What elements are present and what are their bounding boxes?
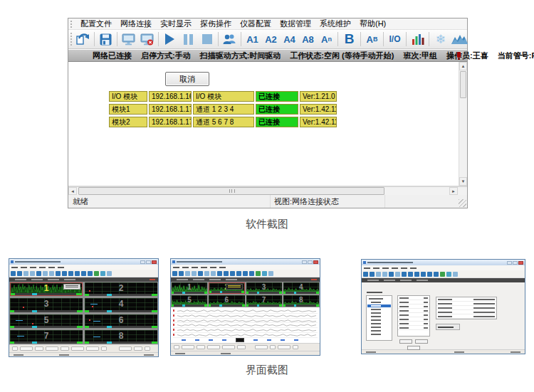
horizontal-scrollbar[interactable]: ◄ ►	[68, 186, 467, 195]
menu-item-data-management[interactable]: 数据管理	[276, 18, 315, 29]
status-operator: 操作员:王喜	[446, 51, 488, 61]
control-placeholder	[86, 346, 99, 351]
channel-panel-4: 4	[85, 298, 157, 312]
scroll-up-button[interactable]: ▲	[459, 62, 467, 70]
disconnect-button[interactable]	[138, 31, 156, 48]
connect-button[interactable]	[120, 31, 137, 48]
channel-panel-3: 3	[246, 282, 282, 294]
menu-item-network[interactable]: 网络连接	[116, 18, 156, 29]
channel-number: 6	[85, 314, 157, 326]
status-scan-drive-mode: 扫描驱动方式:时间驱动	[200, 51, 281, 61]
ready-text: 就绪	[73, 196, 88, 207]
resize-grip	[459, 199, 466, 207]
menu-item-instrument-config[interactable]: 仪器配置	[236, 18, 276, 29]
channel-number: 1	[172, 282, 207, 292]
a4-button[interactable]: A4	[281, 31, 298, 48]
toolbar-separator	[117, 32, 117, 46]
toolbar-icon-blob	[402, 272, 407, 277]
control-placeholder	[35, 346, 43, 351]
strip-text-placeholder	[384, 280, 395, 281]
toolbar-icon-blob	[376, 272, 381, 277]
axis-tick	[209, 339, 213, 341]
chart-button[interactable]	[409, 31, 426, 48]
channel-panel-5: 5	[10, 314, 83, 328]
page: 配置文件 网络连接 实时显示 探伤操作 仪器配置 数据管理 系统维护 帮助(H)	[0, 0, 534, 392]
axis-tick	[253, 339, 258, 341]
open-button[interactable]	[74, 31, 92, 48]
scroll-down-button[interactable]: ▼	[459, 177, 467, 186]
toolbar-icon-blob	[75, 271, 80, 276]
toolbar-icon-blob	[11, 271, 16, 276]
strip-text-placeholder	[15, 279, 26, 280]
freeze-button[interactable]: ❄	[431, 31, 449, 48]
toolbar-icon-blob	[395, 272, 400, 277]
scroll-right-button[interactable]: ►	[449, 187, 458, 195]
toolbar-icon-blob	[179, 271, 184, 276]
cancel-button[interactable]: 取消	[165, 72, 209, 86]
h-scroll-track[interactable]	[77, 187, 449, 195]
config-body	[362, 282, 525, 349]
toolbar-icon-blob	[230, 271, 235, 276]
menu-item-realtime-display[interactable]: 实时显示	[156, 18, 196, 29]
title-text-placeholder	[367, 262, 413, 263]
monitor-icon	[122, 33, 135, 46]
version-cell: Ver:1.42.1156	[300, 117, 337, 127]
stop-button[interactable]	[198, 31, 216, 48]
h-scroll-thumb[interactable]	[78, 187, 384, 195]
close-button	[518, 261, 523, 265]
channel-footer-bar	[172, 292, 207, 294]
channel-number: 5	[172, 295, 207, 304]
users-button[interactable]	[221, 31, 239, 48]
save-button[interactable]	[97, 31, 115, 48]
channel-footer-bar	[85, 341, 157, 344]
scrollbar-corner	[458, 187, 467, 195]
module-name-cell: I/O 模块	[109, 91, 147, 102]
software-screenshot-window: 配置文件 网络连接 实时显示 探伤操作 仪器配置 数据管理 系统维护 帮助(H)	[68, 18, 468, 208]
scroll-left-button[interactable]: ◄	[68, 187, 77, 195]
a1-button[interactable]: A1	[244, 31, 261, 48]
vertical-scrollbar[interactable]: ▲ ▼	[459, 62, 467, 186]
pause-button[interactable]	[179, 31, 197, 48]
strip-chart-area	[171, 307, 320, 343]
window-icon	[11, 260, 14, 263]
scroll-right-icon: ►	[451, 189, 456, 194]
bold-b-button[interactable]: B	[340, 31, 358, 48]
toolbar-icon-blob	[268, 271, 273, 276]
toolbar-icon-blob	[43, 271, 48, 276]
toolbar-icon-blob	[185, 271, 190, 276]
mini-menu-bar	[171, 265, 320, 270]
toolbar-icon-blob	[389, 272, 394, 277]
toolbar-icon-blob	[172, 271, 177, 276]
channel-panel-7: 7	[10, 330, 83, 344]
menu-item-flaw-detection[interactable]: 探伤操作	[196, 18, 236, 29]
mini-toolbar	[9, 270, 158, 277]
module-table: I/O 模块 192.168.1.169 I/O 模块 已连接 Ver:1.21…	[109, 91, 337, 127]
an-button[interactable]: An	[318, 31, 335, 48]
toolbar-icon-blob	[204, 271, 209, 276]
a2-button[interactable]: A2	[262, 31, 280, 48]
menu-item-config-file[interactable]: 配置文件	[76, 18, 116, 29]
a8-button[interactable]: A8	[299, 31, 317, 48]
toolbar-icon-blob	[236, 271, 241, 276]
io-button[interactable]: I/O	[386, 31, 404, 48]
channel-footer-bar	[10, 326, 83, 328]
channel-desc-cell: 通道 5 6 7 8	[193, 117, 254, 127]
mini-menu-bar	[362, 265, 525, 270]
title-text-placeholder	[15, 261, 61, 263]
play-button[interactable]	[161, 31, 179, 48]
menu-item-system-maintenance[interactable]: 系统维护	[315, 18, 355, 29]
channel-number: 7	[246, 295, 282, 304]
toolbar-separator	[241, 32, 241, 46]
table-row: I/O 模块 192.168.1.169 I/O 模块 已连接 Ver:1.21…	[109, 91, 337, 102]
gate-info-box	[226, 284, 243, 290]
channel-panel-5: 5	[172, 295, 207, 307]
spectrum-button[interactable]	[450, 31, 469, 48]
a-to-b-button[interactable]: AB	[363, 31, 381, 48]
menu-item-help[interactable]: 帮助(H)	[355, 18, 390, 29]
menu-placeholder	[173, 267, 179, 268]
menu-placeholder	[410, 267, 417, 269]
strip-row	[173, 309, 318, 314]
menu-placeholder	[401, 267, 407, 269]
v-scroll-thumb[interactable]	[460, 71, 466, 98]
tree-root	[367, 297, 391, 300]
